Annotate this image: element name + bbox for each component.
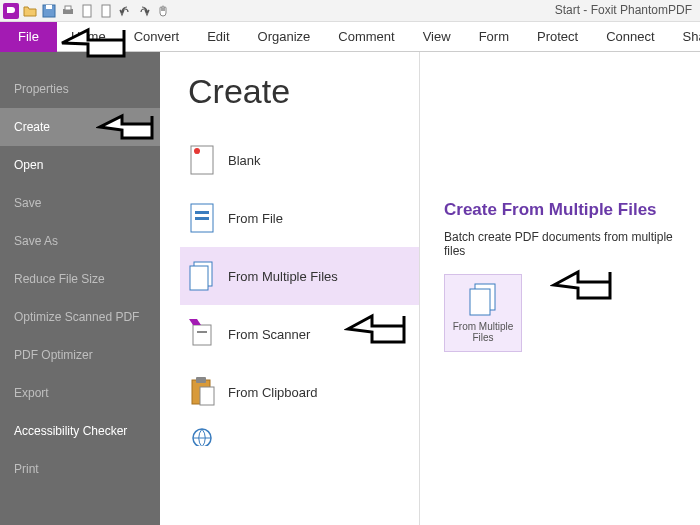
sidebar-item-export[interactable]: Export xyxy=(0,374,160,412)
window-title: Start - Foxit PhantomPDF xyxy=(555,3,692,17)
detail-desc: Batch create PDF documents from multiple… xyxy=(444,230,684,258)
backstage-sidebar: Properties Create Open Save Save As Redu… xyxy=(0,52,160,525)
tab-home[interactable]: Home xyxy=(57,22,120,52)
tab-convert[interactable]: Convert xyxy=(120,22,194,52)
sidebar-item-reduce[interactable]: Reduce File Size xyxy=(0,260,160,298)
ribbon-tabs: File Home Convert Edit Organize Comment … xyxy=(0,22,700,52)
tile-label: From Multiple Files xyxy=(445,321,521,343)
create-options-column: Create Blank From File From Multiple Fil… xyxy=(160,52,420,525)
save-icon[interactable] xyxy=(40,2,57,19)
tab-share[interactable]: Share xyxy=(669,22,700,52)
option-label: From Clipboard xyxy=(228,385,318,400)
svg-rect-10 xyxy=(195,211,209,214)
web-icon xyxy=(188,420,216,452)
from-multiple-icon xyxy=(188,260,216,292)
svg-rect-4 xyxy=(65,6,71,10)
doc2-icon[interactable] xyxy=(97,2,114,19)
svg-rect-11 xyxy=(195,217,209,220)
svg-rect-5 xyxy=(83,5,91,17)
svg-rect-17 xyxy=(196,377,206,383)
quick-access-toolbar: Start - Foxit PhantomPDF xyxy=(0,0,700,22)
doc-icon[interactable] xyxy=(78,2,95,19)
create-option-from-file[interactable]: From File xyxy=(188,189,419,247)
sidebar-item-open[interactable]: Open xyxy=(0,146,160,184)
sidebar-item-save-as[interactable]: Save As xyxy=(0,222,160,260)
create-option-more[interactable] xyxy=(188,421,419,451)
app-icon xyxy=(2,2,19,19)
sidebar-item-save[interactable]: Save xyxy=(0,184,160,222)
blank-icon xyxy=(188,144,216,176)
redo-icon[interactable] xyxy=(135,2,152,19)
option-label: Blank xyxy=(228,153,261,168)
hand-icon[interactable] xyxy=(154,2,171,19)
file-tab[interactable]: File xyxy=(0,22,57,52)
from-file-icon xyxy=(188,202,216,234)
sidebar-item-print[interactable]: Print xyxy=(0,450,160,488)
page-heading: Create xyxy=(188,72,419,111)
from-scanner-icon xyxy=(188,318,216,350)
sidebar-item-pdf-optimizer[interactable]: PDF Optimizer xyxy=(0,336,160,374)
sidebar-item-create[interactable]: Create xyxy=(0,108,160,146)
svg-rect-13 xyxy=(190,266,208,290)
create-option-from-scanner[interactable]: From Scanner xyxy=(188,305,419,363)
tab-comment[interactable]: Comment xyxy=(324,22,408,52)
create-option-from-clipboard[interactable]: From Clipboard xyxy=(188,363,419,421)
tile-icon xyxy=(468,283,498,317)
svg-rect-15 xyxy=(197,331,207,333)
option-label: From Multiple Files xyxy=(228,269,338,284)
create-detail-column: Create From Multiple Files Batch create … xyxy=(420,52,700,525)
print-icon[interactable] xyxy=(59,2,76,19)
sidebar-item-accessibility[interactable]: Accessibility Checker xyxy=(0,412,160,450)
create-option-blank[interactable]: Blank xyxy=(188,131,419,189)
tab-edit[interactable]: Edit xyxy=(193,22,243,52)
create-option-from-multiple-files[interactable]: From Multiple Files xyxy=(180,247,419,305)
tab-protect[interactable]: Protect xyxy=(523,22,592,52)
option-label: From File xyxy=(228,211,283,226)
svg-rect-14 xyxy=(193,325,211,345)
svg-rect-6 xyxy=(102,5,110,17)
tab-organize[interactable]: Organize xyxy=(244,22,325,52)
tab-view[interactable]: View xyxy=(409,22,465,52)
undo-icon[interactable] xyxy=(116,2,133,19)
tab-connect[interactable]: Connect xyxy=(592,22,668,52)
open-icon[interactable] xyxy=(21,2,38,19)
option-label: From Scanner xyxy=(228,327,310,342)
sidebar-item-properties[interactable]: Properties xyxy=(0,70,160,108)
tab-form[interactable]: Form xyxy=(465,22,523,52)
svg-rect-21 xyxy=(470,289,490,315)
from-multiple-files-tile[interactable]: From Multiple Files xyxy=(444,274,522,352)
svg-rect-18 xyxy=(200,387,214,405)
detail-title: Create From Multiple Files xyxy=(444,200,684,220)
from-clipboard-icon xyxy=(188,376,216,408)
sidebar-item-optimize-scanned[interactable]: Optimize Scanned PDF xyxy=(0,298,160,336)
svg-rect-2 xyxy=(46,5,52,9)
